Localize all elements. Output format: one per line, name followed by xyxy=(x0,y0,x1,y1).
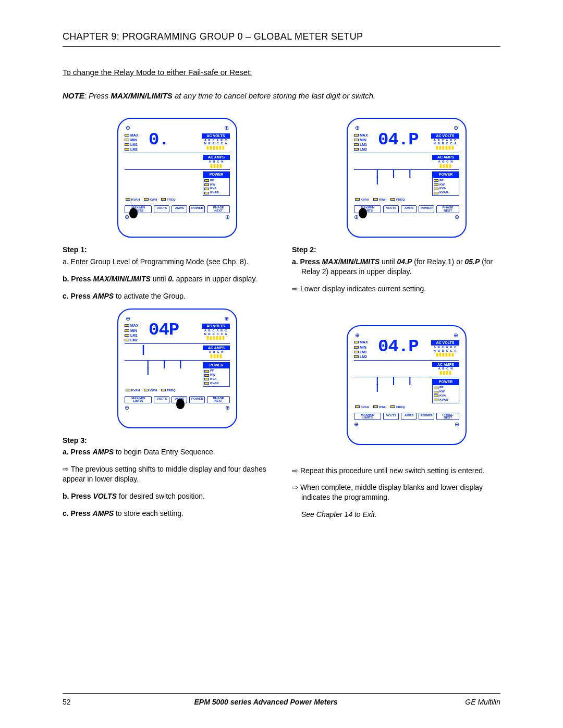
step2-a: a. Press MAX/MIN/LIMITS until 04.P (for … xyxy=(292,257,500,277)
chapter-title: CHAPTER 9: PROGRAMMING GROUP 0 – GLOBAL … xyxy=(63,31,500,42)
page: CHAPTER 9: PROGRAMMING GROUP 0 – GLOBAL … xyxy=(0,0,563,728)
note-bold: MAX/MIN/LIMITS xyxy=(111,91,173,100)
meter-panel-step1: ⊕⊕ MAXMINLM1LM2 0. AC VOLTS A B C A B C … xyxy=(83,118,271,238)
step1-b: b. Press MAX/MIN/LIMITS until 0. appears… xyxy=(63,274,271,284)
step2-arrow: ⇨ Lower display indicates current settin… xyxy=(292,284,500,294)
content-columns: ⊕⊕ MAXMINLM1LM2 0. AC VOLTS A B C A B C … xyxy=(63,113,500,527)
step3-arrow1: ⇨ The previous setting shifts to middle … xyxy=(63,464,271,484)
step1-c: c. Press AMPS to activate the Group. xyxy=(63,291,271,301)
meter-panel-step2: ⊕⊕ MAXMINLM1LM2 04.P AC VOLTS A B C A B … xyxy=(313,118,500,238)
note-text-2: at any time to cancel before storing the… xyxy=(173,91,375,100)
note-prefix: NOTE xyxy=(63,91,84,100)
note-text-1: : Press xyxy=(84,91,111,100)
step4-arrow1: ⇨ Repeat this procedure until new switch… xyxy=(292,466,500,476)
step3-b: b. Press VOLTS for desired switch positi… xyxy=(63,491,271,501)
footer-center: EPM 5000 series Advanced Power Meters xyxy=(94,698,438,706)
step1-a: a. Enter Group Level of Programming Mode… xyxy=(63,257,271,267)
footer-right: GE Multilin xyxy=(438,698,500,706)
left-column: ⊕⊕ MAXMINLM1LM2 0. AC VOLTS A B C A B C … xyxy=(63,113,271,527)
step1-title: Step 1: xyxy=(63,245,271,255)
step3-a: a. Press AMPS to begin Data Entry Sequen… xyxy=(63,447,271,457)
step4-exit: See Chapter 14 to Exit. xyxy=(292,510,500,520)
meter-panel-step3: ⊕⊕ MAXMINLM1LM2 04P AC VOLTS A B C A B C… xyxy=(83,309,271,428)
intro-line: To change the Relay Mode to either Fail-… xyxy=(63,68,500,77)
page-number: 52 xyxy=(63,698,94,706)
divider xyxy=(63,46,500,47)
right-column: ⊕⊕ MAXMINLM1LM2 04.P AC VOLTS A B C A B … xyxy=(292,113,500,527)
meter-panel-step4: ⊕⊕ MAXMINLM1LM2 04.P AC VOLTS A B C A B … xyxy=(313,325,500,445)
page-footer: 52 EPM 5000 series Advanced Power Meters… xyxy=(63,693,500,706)
step2-title: Step 2: xyxy=(292,245,500,255)
step3-c: c. Press AMPS to store each setting. xyxy=(63,509,271,519)
step3-title: Step 3: xyxy=(63,436,271,446)
step4-arrow2: ⇨ When complete, middle display blanks a… xyxy=(292,483,500,502)
note-paragraph: NOTE: Press MAX/MIN/LIMITS at any time t… xyxy=(63,91,500,100)
